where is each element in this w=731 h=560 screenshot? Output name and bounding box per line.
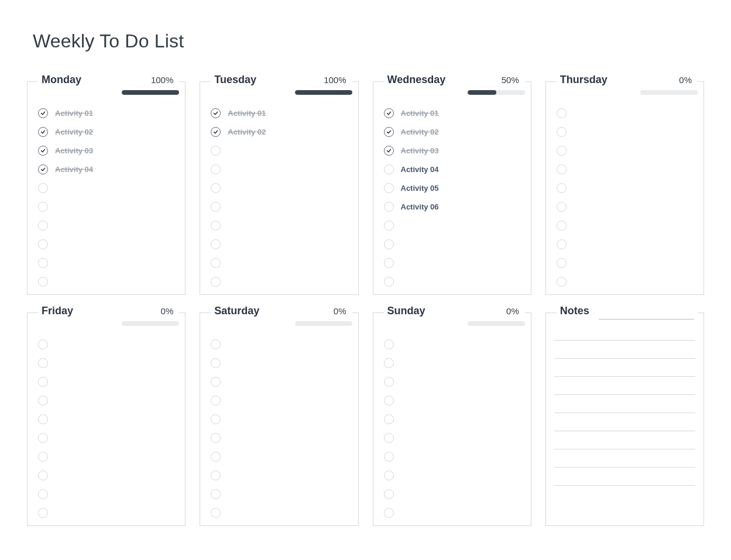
checkbox-empty-icon[interactable] [384,339,394,349]
checkbox-empty-icon[interactable] [384,202,394,212]
checkbox-checked-icon[interactable] [38,146,48,156]
task-row[interactable] [211,183,349,193]
task-row[interactable] [557,220,695,231]
checkbox-empty-icon[interactable] [38,414,48,424]
task-row[interactable] [384,507,523,518]
task-label[interactable]: Activity 06 [401,202,439,211]
task-row[interactable] [211,276,349,287]
checkbox-empty-icon[interactable] [38,452,48,462]
checkbox-empty-icon[interactable] [211,489,221,499]
task-label[interactable]: Activity 04 [55,165,93,174]
checkbox-empty-icon[interactable] [557,164,567,174]
task-row[interactable] [384,276,523,287]
checkbox-empty-icon[interactable] [38,221,48,231]
checkbox-checked-icon[interactable] [384,127,394,137]
checkbox-empty-icon[interactable] [211,221,221,231]
task-row[interactable] [211,358,349,368]
task-row[interactable] [384,489,523,499]
task-row[interactable] [557,183,695,193]
task-row[interactable] [38,183,177,193]
checkbox-empty-icon[interactable] [38,470,48,480]
checkbox-empty-icon[interactable] [38,358,48,368]
task-row[interactable] [384,376,523,387]
task-label[interactable]: Activity 04 [401,165,439,174]
checkbox-empty-icon[interactable] [38,277,48,287]
checkbox-empty-icon[interactable] [211,358,221,368]
checkbox-empty-icon[interactable] [557,183,567,193]
task-row[interactable] [38,201,177,212]
checkbox-empty-icon[interactable] [384,164,394,174]
task-row[interactable] [211,376,349,387]
checkbox-empty-icon[interactable] [38,339,48,349]
task-label[interactable]: Activity 01 [401,109,439,118]
checkbox-empty-icon[interactable] [384,239,394,249]
checkbox-empty-icon[interactable] [211,396,221,406]
checkbox-checked-icon[interactable] [38,127,48,137]
checkbox-checked-icon[interactable] [211,108,221,118]
checkbox-empty-icon[interactable] [384,396,394,406]
task-row[interactable] [38,489,177,499]
note-line[interactable] [554,431,695,431]
checkbox-empty-icon[interactable] [211,433,221,443]
checkbox-empty-icon[interactable] [38,508,48,518]
checkbox-empty-icon[interactable] [211,258,221,268]
task-row[interactable] [211,339,349,349]
checkbox-empty-icon[interactable] [38,433,48,443]
task-label[interactable]: Activity 03 [401,146,439,155]
task-row[interactable] [557,239,695,249]
task-row[interactable]: Activity 01 [384,108,523,118]
task-label[interactable]: Activity 01 [228,109,266,118]
checkbox-empty-icon[interactable] [557,277,567,287]
checkbox-empty-icon[interactable] [211,164,221,174]
task-row[interactable] [384,339,523,349]
checkbox-empty-icon[interactable] [384,452,394,462]
checkbox-empty-icon[interactable] [384,277,394,287]
task-row[interactable] [211,395,349,406]
task-row[interactable] [38,432,177,443]
task-row[interactable] [211,414,349,424]
task-row[interactable] [557,276,695,287]
task-row[interactable] [557,201,695,212]
checkbox-empty-icon[interactable] [384,377,394,387]
task-row[interactable] [384,220,523,231]
task-label[interactable]: Activity 05 [401,184,439,193]
checkbox-empty-icon[interactable] [211,183,221,193]
checkbox-empty-icon[interactable] [211,414,221,424]
task-row[interactable] [38,276,177,287]
task-row[interactable] [38,451,177,462]
note-line[interactable] [554,449,695,449]
checkbox-empty-icon[interactable] [38,202,48,212]
checkbox-empty-icon[interactable] [38,258,48,268]
checkbox-empty-icon[interactable] [211,239,221,249]
checkbox-empty-icon[interactable] [38,183,48,193]
task-row[interactable] [211,507,349,518]
note-line[interactable] [554,376,695,377]
checkbox-checked-icon[interactable] [38,108,48,118]
task-row[interactable]: Activity 02 [38,126,177,137]
checkbox-empty-icon[interactable] [557,239,567,249]
note-line[interactable] [554,485,695,486]
checkbox-empty-icon[interactable] [211,508,221,518]
task-row[interactable] [557,108,695,118]
task-row[interactable]: Activity 01 [211,108,349,118]
checkbox-checked-icon[interactable] [38,164,48,174]
checkbox-empty-icon[interactable] [557,202,567,212]
checkbox-empty-icon[interactable] [384,414,394,424]
task-row[interactable] [211,432,349,443]
task-row[interactable] [557,164,695,174]
task-row[interactable]: Activity 02 [211,126,349,137]
checkbox-empty-icon[interactable] [557,127,567,137]
checkbox-empty-icon[interactable] [38,396,48,406]
checkbox-checked-icon[interactable] [211,127,221,137]
task-row[interactable]: Activity 03 [384,145,523,156]
task-row[interactable]: Activity 01 [38,108,177,118]
checkbox-empty-icon[interactable] [384,358,394,368]
notes-lines[interactable] [554,340,695,486]
checkbox-empty-icon[interactable] [211,452,221,462]
checkbox-empty-icon[interactable] [211,339,221,349]
checkbox-empty-icon[interactable] [211,470,221,480]
checkbox-empty-icon[interactable] [211,377,221,387]
task-row[interactable] [211,201,349,212]
checkbox-empty-icon[interactable] [384,470,394,480]
task-row[interactable] [38,414,177,424]
